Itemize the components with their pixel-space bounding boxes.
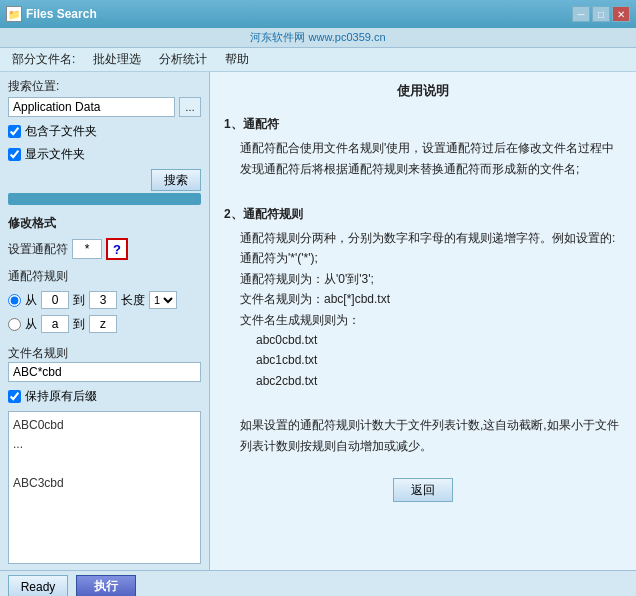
from-label-2: 从 [25, 316, 37, 333]
wildcard-help-button[interactable]: ? [106, 238, 128, 260]
filename-rule-input[interactable] [8, 362, 201, 382]
to1-input[interactable] [89, 291, 117, 309]
progress-bar [8, 193, 201, 205]
from2-input[interactable] [41, 315, 69, 333]
from-label-1: 从 [25, 292, 37, 309]
preview-area: ABC0cbd ... ABC3cbd [8, 411, 201, 564]
ready-button[interactable]: Ready [8, 575, 68, 597]
keep-suffix-checkbox[interactable] [8, 390, 21, 403]
wildcard-rule-label: 通配符规则 [8, 268, 201, 285]
watermark-text: 河东软件网 www.pc0359.cn [250, 31, 385, 43]
section1-content: 通配符配合使用文件名规则'使用，设置通配符过后在修改文件名过程中发现通配符后将根… [224, 138, 622, 179]
to2-input[interactable] [89, 315, 117, 333]
minimize-button[interactable]: ─ [572, 6, 590, 22]
wildcard-input[interactable] [72, 239, 102, 259]
menu-filename[interactable]: 部分文件名: [4, 49, 83, 70]
help-title: 使用说明 [224, 82, 622, 100]
menu-stats[interactable]: 分析统计 [151, 49, 215, 70]
maximize-button[interactable]: □ [592, 6, 610, 22]
right-panel: 使用说明 1、通配符 通配符配合使用文件名规则'使用，设置通配符过后在修改文件名… [210, 72, 636, 570]
keep-suffix-label: 保持原有后缀 [25, 388, 97, 405]
alpha-radio[interactable] [8, 318, 21, 331]
search-location-input[interactable] [8, 97, 175, 117]
section2-title: 2、通配符规则 [224, 207, 303, 221]
exec-button[interactable]: 执行 [76, 575, 136, 597]
title-bar: 📁 Files Search ─ □ ✕ [0, 0, 636, 28]
modify-format-label: 修改格式 [8, 215, 201, 232]
help-content: 1、通配符 通配符配合使用文件名规则'使用，设置通配符过后在修改文件名过程中发现… [224, 114, 622, 460]
section2-content: 通配符规则分两种，分别为数字和字母的有规则递增字符。例如设置的: 通配符为'*'… [224, 228, 622, 391]
search-button[interactable]: 搜索 [151, 169, 201, 191]
menu-help[interactable]: 帮助 [217, 49, 257, 70]
menu-bar: 部分文件名: 批处理选 分析统计 帮助 [0, 48, 636, 72]
menu-batch[interactable]: 批处理选 [85, 49, 149, 70]
length-dropdown[interactable]: 123 [149, 291, 177, 309]
section1-title: 1、通配符 [224, 117, 279, 131]
preview-line-0: ABC0cbd [13, 416, 196, 435]
wildcard-setting-label: 设置通配符 [8, 241, 68, 258]
preview-line-3: ABC3cbd [13, 474, 196, 493]
browse-button[interactable]: … [179, 97, 201, 117]
app-icon: 📁 [6, 6, 22, 22]
return-button[interactable]: 返回 [393, 478, 453, 502]
left-panel: 搜索位置: … 包含子文件夹 显示文件夹 搜索 修改格式 设置通配符 ? 通配符… [0, 72, 210, 570]
from1-input[interactable] [41, 291, 69, 309]
close-button[interactable]: ✕ [612, 6, 630, 22]
watermark-bar: 河东软件网 www.pc0359.cn [0, 28, 636, 48]
section-note: 如果设置的通配符规则计数大于文件列表计数,这自动截断,如果小于文件列表计数则按规… [224, 415, 622, 456]
include-subfolder-label: 包含子文件夹 [25, 123, 97, 140]
action-bar: Ready 执行 [0, 570, 636, 596]
to-label-1: 到 [73, 292, 85, 309]
preview-line-2 [13, 454, 196, 473]
include-subfolder-checkbox[interactable] [8, 125, 21, 138]
search-location-label: 搜索位置: [8, 78, 201, 95]
preview-line-1: ... [13, 435, 196, 454]
show-folder-checkbox[interactable] [8, 148, 21, 161]
filename-rule-label: 文件名规则 [8, 345, 201, 362]
numeric-radio[interactable] [8, 294, 21, 307]
to-label-2: 到 [73, 316, 85, 333]
show-folder-label: 显示文件夹 [25, 146, 85, 163]
length-label: 长度 [121, 292, 145, 309]
window-title: Files Search [26, 7, 97, 21]
